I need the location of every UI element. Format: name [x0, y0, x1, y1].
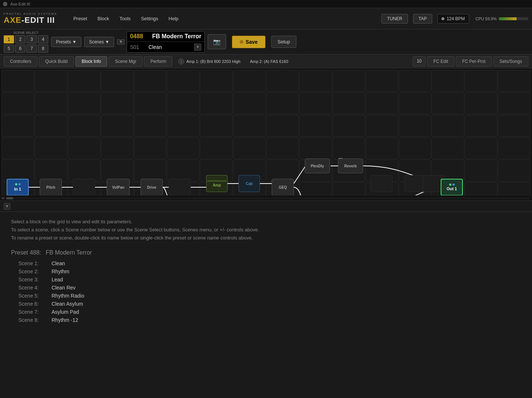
grid-cell[interactable]: [1, 160, 34, 182]
tab-block-info[interactable]: Block Info: [75, 56, 108, 67]
grid-cell[interactable]: [431, 70, 464, 92]
screenshot-button[interactable]: 📷: [208, 34, 226, 49]
grid-cell[interactable]: [498, 160, 531, 182]
block-plexdly[interactable]: PlexDly: [305, 159, 330, 173]
block-amp1[interactable]: Amp: [206, 175, 228, 192]
grid-cell[interactable]: [35, 115, 67, 137]
grid-cell[interactable]: [134, 160, 167, 182]
hscroll-thumb[interactable]: [6, 197, 13, 199]
collapse-button[interactable]: ▼: [4, 203, 10, 210]
tuner-button[interactable]: TUNER: [381, 14, 408, 24]
block-drive[interactable]: Drive: [141, 179, 163, 196]
scene-list-item-2[interactable]: Scene 2:Rhythm: [18, 269, 521, 274]
grid-cell[interactable]: [35, 137, 67, 159]
grid-cell[interactable]: [366, 70, 398, 92]
grid-cell[interactable]: [200, 137, 233, 159]
preset-dropdown-arrow[interactable]: ▼: [194, 43, 201, 51]
grid-cell[interactable]: [266, 92, 299, 114]
grid-cell[interactable]: [1, 92, 34, 114]
grid-cell[interactable]: [200, 115, 233, 137]
scene-list-item-3[interactable]: Scene 3:Lead: [18, 277, 521, 282]
tab-sets-songs[interactable]: Sets/Songs: [493, 56, 528, 67]
block-empty3[interactable]: [370, 175, 392, 192]
grid-cell[interactable]: [167, 160, 200, 182]
tap-button[interactable]: TAP: [413, 14, 432, 24]
grid-cell[interactable]: [35, 160, 67, 182]
scene-list-item-1[interactable]: Scene 1:Clean: [18, 260, 521, 266]
scene-btn-2[interactable]: 2: [15, 35, 25, 43]
grid-cell[interactable]: [1, 137, 34, 159]
grid-cell[interactable]: [167, 115, 200, 137]
block-out1[interactable]: Out 1: [441, 179, 463, 196]
grid-cell[interactable]: [399, 70, 431, 92]
tab-quick-build[interactable]: Quick Build: [39, 56, 74, 67]
scene-btn-5[interactable]: 5: [4, 45, 14, 53]
tab-fc-per-prst[interactable]: FC Per-Prst: [456, 56, 492, 67]
grid-cell[interactable]: [332, 115, 365, 137]
grid-cell[interactable]: [366, 137, 398, 159]
grid-cell[interactable]: [465, 137, 497, 159]
nav-block[interactable]: Block: [92, 14, 114, 24]
grid-cell[interactable]: [431, 115, 464, 137]
save-button[interactable]: Save: [232, 36, 265, 48]
scene-btn-8[interactable]: 8: [38, 45, 48, 53]
nav-help[interactable]: Help: [163, 14, 184, 24]
grid-cell[interactable]: [266, 70, 299, 92]
block-volpan[interactable]: VolPan: [107, 179, 130, 196]
block-cab1[interactable]: Cab: [239, 175, 260, 192]
grid-cell[interactable]: [134, 92, 167, 114]
scene-btn-3[interactable]: 3: [27, 35, 37, 43]
grid-cell[interactable]: [35, 70, 67, 92]
grid-cell[interactable]: [233, 92, 266, 114]
grid-cell[interactable]: [101, 160, 134, 182]
grid-cell[interactable]: [498, 70, 531, 92]
fc-count-badge[interactable]: 10: [413, 56, 426, 67]
nav-tools[interactable]: Tools: [114, 14, 136, 24]
grid-cell[interactable]: [399, 137, 431, 159]
tab-controllers[interactable]: Controllers: [4, 56, 38, 67]
grid-cell[interactable]: [101, 92, 134, 114]
block-reverb1[interactable]: Reverb: [338, 159, 363, 173]
grid-cell[interactable]: [35, 92, 67, 114]
grid-cell[interactable]: [399, 115, 431, 137]
grid-cell[interactable]: [101, 70, 134, 92]
tab-fc-edit[interactable]: FC Edit: [427, 56, 454, 67]
grid-cell[interactable]: [498, 92, 531, 114]
grid-cell[interactable]: [366, 92, 398, 114]
grid-cell[interactable]: [332, 92, 365, 114]
grid-cell[interactable]: [299, 137, 332, 159]
grid-cell[interactable]: [233, 115, 266, 137]
grid-cell[interactable]: [200, 92, 233, 114]
grid-cell[interactable]: [167, 70, 200, 92]
grid-cell[interactable]: [399, 92, 431, 114]
setup-button[interactable]: Setup: [271, 36, 296, 48]
grid-cell[interactable]: [266, 115, 299, 137]
grid-cell[interactable]: [498, 115, 531, 137]
block-geq[interactable]: GEQ: [272, 179, 294, 196]
grid-cell[interactable]: [332, 137, 365, 159]
scenes-dropdown-button[interactable]: Scenes ▼: [84, 37, 114, 47]
grid-cell[interactable]: [465, 115, 497, 137]
grid-cell[interactable]: [1, 115, 34, 137]
grid-cell[interactable]: [167, 137, 200, 159]
presets-dropdown-button[interactable]: Presets ▼: [51, 37, 81, 47]
grid-cell[interactable]: [101, 115, 134, 137]
grid-cell[interactable]: [101, 137, 134, 159]
nav-settings[interactable]: Settings: [136, 14, 163, 24]
tab-scene-mgr[interactable]: Scene Mgr: [109, 56, 142, 67]
block-empty2[interactable]: [169, 179, 191, 196]
grid-cell[interactable]: [299, 92, 332, 114]
tab-perform[interactable]: Perform: [144, 56, 172, 67]
block-empty1[interactable]: [73, 179, 95, 196]
block-in1[interactable]: In 1: [7, 179, 29, 196]
grid-cell[interactable]: [431, 92, 464, 114]
scene-list-item-8[interactable]: Scene 8:Rhythm -12: [18, 317, 521, 323]
scene-list-item-6[interactable]: Scene 6:Clean Asylum: [18, 301, 521, 307]
grid-cell[interactable]: [68, 92, 101, 114]
preset-name[interactable]: FB Modern Terror: [152, 33, 201, 40]
grid-cell[interactable]: [266, 137, 299, 159]
grid-cell[interactable]: [68, 137, 101, 159]
scene-btn-7[interactable]: 7: [27, 45, 37, 53]
grid-cell[interactable]: [134, 115, 167, 137]
grid-cell[interactable]: [200, 70, 233, 92]
